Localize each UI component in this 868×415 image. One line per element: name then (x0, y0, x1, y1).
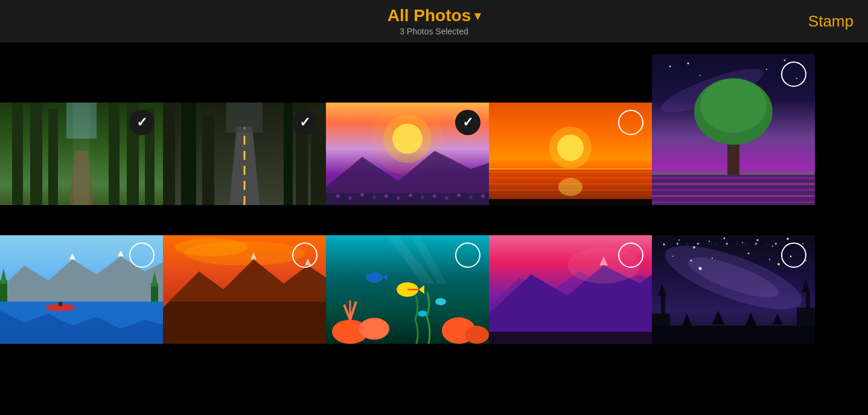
svg-point-124 (712, 258, 713, 259)
selection-circle-sunset-purple[interactable] (455, 110, 480, 135)
svg-point-128 (805, 260, 806, 261)
svg-point-54 (766, 69, 767, 70)
svg-point-51 (669, 66, 671, 68)
selection-circle-sunset-orange[interactable] (618, 110, 643, 135)
photo-item-sunset-purple[interactable] (326, 103, 489, 205)
svg-point-30 (385, 194, 388, 198)
svg-rect-13 (163, 103, 175, 205)
svg-point-113 (678, 239, 680, 241)
svg-point-125 (748, 253, 750, 255)
svg-rect-4 (109, 103, 120, 205)
photo-item-mountain-sunset[interactable] (163, 235, 326, 344)
svg-rect-3 (48, 109, 58, 205)
svg-point-34 (433, 194, 436, 198)
svg-rect-75 (0, 280, 7, 302)
photo-grid (0, 42, 868, 386)
svg-point-31 (397, 196, 400, 200)
svg-point-116 (724, 238, 726, 239)
svg-point-27 (348, 196, 352, 200)
svg-marker-9 (72, 103, 91, 205)
photo-item-coral[interactable] (326, 235, 489, 344)
svg-point-52 (700, 75, 701, 76)
selection-circle-mountain-sunset[interactable] (292, 242, 318, 268)
svg-point-36 (457, 194, 461, 197)
svg-point-55 (784, 60, 786, 62)
svg-point-92 (465, 326, 489, 344)
svg-point-28 (360, 193, 364, 197)
svg-point-122 (672, 256, 674, 257)
svg-rect-2 (30, 103, 42, 205)
photo-item-road[interactable] (163, 103, 326, 205)
svg-point-38 (481, 194, 485, 198)
photo-row-2 (0, 235, 868, 374)
svg-point-112 (663, 244, 665, 246)
svg-point-60 (700, 78, 767, 133)
album-title-container[interactable]: All Photos ▾ (388, 6, 480, 25)
selection-circle-pink-mountain[interactable] (618, 242, 643, 268)
svg-rect-15 (202, 115, 214, 205)
svg-point-115 (709, 241, 710, 242)
photo-row-1 (0, 54, 868, 235)
app-header: All Photos ▾ 3 Photos Selected Stamp (0, 0, 868, 42)
svg-rect-108 (489, 332, 652, 344)
photo-item-sunset-orange[interactable] (489, 103, 652, 205)
svg-point-114 (693, 246, 695, 249)
svg-point-35 (445, 196, 448, 200)
selection-circle-forest[interactable] (129, 110, 155, 135)
svg-point-120 (787, 238, 789, 240)
svg-point-126 (769, 259, 770, 260)
svg-point-101 (435, 298, 446, 305)
stamp-button[interactable]: Stamp (808, 12, 854, 31)
selection-count: 3 Photos Selected (388, 27, 480, 36)
header-center: All Photos ▾ 3 Photos Selected (388, 6, 480, 36)
svg-point-26 (336, 194, 340, 198)
selection-circle-lavender-tree[interactable] (781, 62, 806, 87)
svg-point-32 (409, 194, 412, 197)
svg-point-41 (549, 127, 592, 169)
svg-point-129 (699, 267, 702, 270)
svg-rect-1 (12, 103, 23, 205)
svg-point-37 (469, 195, 473, 199)
photo-item-galaxy[interactable] (652, 235, 815, 344)
photo-item-pink-mountain[interactable] (489, 235, 652, 344)
svg-point-90 (359, 318, 389, 340)
svg-point-118 (757, 239, 759, 241)
svg-point-53 (688, 63, 689, 65)
selection-circle-road[interactable] (292, 110, 318, 135)
svg-point-74 (58, 302, 63, 306)
svg-point-81 (175, 238, 247, 256)
album-title: All Photos (388, 6, 471, 25)
svg-point-117 (742, 242, 743, 243)
svg-rect-17 (284, 103, 293, 205)
svg-rect-19 (226, 103, 263, 133)
svg-point-102 (418, 311, 427, 317)
selection-circle-coral[interactable] (455, 242, 480, 268)
selection-circle-galaxy[interactable] (781, 242, 806, 268)
svg-point-99 (366, 272, 383, 283)
svg-point-47 (558, 178, 582, 196)
svg-point-123 (691, 260, 692, 262)
svg-rect-14 (181, 103, 196, 205)
svg-point-33 (421, 195, 424, 199)
svg-rect-49 (489, 199, 652, 205)
photo-item-forest[interactable] (0, 103, 163, 205)
chevron-down-icon: ▾ (474, 8, 480, 23)
photo-item-mountain-lake[interactable] (0, 235, 163, 344)
svg-point-121 (802, 243, 803, 244)
svg-point-130 (777, 263, 780, 265)
selection-circle-mountain-lake[interactable] (129, 242, 155, 268)
svg-point-29 (372, 195, 376, 199)
photo-item-lavender-tree[interactable] (652, 54, 815, 205)
svg-point-119 (772, 246, 773, 247)
svg-rect-135 (652, 326, 815, 344)
